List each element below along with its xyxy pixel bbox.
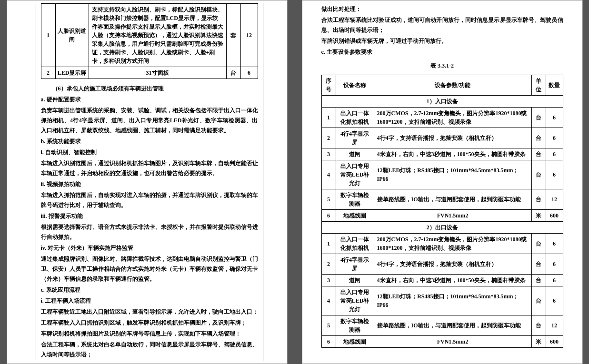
- table-row: 3道闸4米直杆，右向，中速3秒道闸，100*50夹头，椭圆杆带胶条台6: [321, 148, 563, 160]
- page-right: 做出比对处理： 合法工程车辆系统比对验证成功，道闸可自动开闸放行，同时信息显示屏…: [302, 0, 583, 364]
- seq-cell: 1: [41, 4, 55, 67]
- para: 车牌识别错误或车辆无牌，可通过手动开闸放行。: [321, 36, 563, 46]
- para: 车辆进入抓拍范围后，自动实现对进入车辆的拍摄，并通过车牌识别仪，提取车辆的车牌号…: [41, 190, 258, 210]
- table-row: 24行4字显示屏4行4字，支持语音播报，抱箍安装（相机立杆）台6: [321, 128, 563, 148]
- equip-table-top: 1 人脸识别道闸 支持支持双向人脸识别、刷卡，标配人脸识别模块、刷卡模块和门禁控…: [41, 3, 258, 79]
- para: 车牌识别相机将抓拍图片及识别的车牌号等信息上传，实现如下车辆入场管理：: [41, 329, 258, 339]
- table-row: 6地感线圈FVN1.5mm2米600: [321, 336, 563, 348]
- group-header: 1）入口设备: [321, 96, 563, 108]
- spec-cell: 31寸面板: [89, 67, 226, 79]
- para: 工程车辆驶入入口抓拍识别区域，触发车牌识别相机抓拍车辆图片，及识别车牌；: [41, 318, 258, 328]
- para: b. 系统功能要求: [41, 137, 258, 147]
- page-left: 1 人脸识别道闸 支持支持双向人脸识别、刷卡，标配人脸识别模块、刷卡模块和门禁控…: [7, 0, 288, 364]
- para: i. 工程车辆入场流程: [41, 296, 258, 306]
- para: 根据需要选择警示灯、语音方式来提示非法卡、未授权卡，并在报警时提供联动信号进行自…: [41, 222, 258, 242]
- para: i. 自动识别、智能控制: [41, 148, 258, 157]
- header-qty: 数量: [546, 75, 563, 96]
- header-unit: 单位: [531, 75, 546, 96]
- header-name: 设备名称: [336, 75, 374, 96]
- qty-cell: 12: [240, 4, 258, 67]
- para: 合法工程车辆系统比对验证成功，道闸可自动开闸放行，同时信息显示屏显示车牌号、驾驶…: [321, 15, 563, 35]
- para: c. 主要设备参数要求: [321, 47, 563, 57]
- para: 负责车辆进出管理系统的采购、安装、试验、调试，相关设备包括不限于出入口一体化抓拍…: [41, 106, 258, 136]
- para: iii. 报警提示功能: [41, 211, 258, 221]
- table-row: 6地感线圈FVN1.5mm2米600: [321, 210, 563, 222]
- para: 合法工程车辆，系统比对白名单自动放行，同时信息显示屏显示车牌号、驾驶员信息、入场…: [41, 340, 258, 360]
- outer-border: 1 人脸识别道闸 支持支持双向人脸识别、刷卡，标配人脸识别模块、刷卡模块和门禁控…: [36, 3, 263, 361]
- para: c. 系统应用流程: [41, 285, 258, 295]
- unit-cell: 台: [226, 67, 240, 79]
- para: iv. 对无卡（外来）车辆实施严格监管: [41, 243, 258, 253]
- table-row: 24行4字显示屏4行4字，支持语音播报，抱箍安装（相机立杆）台6: [321, 254, 563, 275]
- group-title: 2）出口设备: [321, 222, 563, 234]
- para: 通过集成照牌识别、图像比对、路障拦截等技术，达到由电脑自动识别监控与警卫（门卫、…: [41, 254, 258, 284]
- table-row: 1出入口一体化抓拍相机200万CMOS，2.7-12mm变焦镜头，图片分辨率19…: [321, 234, 563, 254]
- table-row: 3道闸4米直杆，右向，中速3秒道闸，100*50夹头，椭圆杆带胶条台6: [321, 275, 563, 286]
- unit-cell: 套: [226, 4, 240, 67]
- para: a. 硬件配置要求: [41, 95, 258, 105]
- table-header: 序号 设备名称 设备参数/功能 单位 数量: [321, 75, 563, 96]
- equip-table: 序号 设备名称 设备参数/功能 单位 数量 1）入口设备 1出入口一体化抓拍相机…: [321, 75, 563, 348]
- para: 做出比对处理：: [321, 4, 563, 14]
- table-row: 5数字车辆检测器接单路线圈，IO输出，与道闸配套使用，起到防砸车功能台12: [321, 315, 563, 336]
- para: 工程车辆驶近工地出入口附近区域，查看引导指示屏，允许进入时，驶向工地出入口；: [41, 307, 258, 317]
- name-cell: 人脸识别道闸: [55, 4, 89, 67]
- table-row: 5数字车辆检测器接单路线圈，IO输出，与道闸配套使用，起到防砸车功能台12: [321, 189, 563, 210]
- para: 车辆进入识别范围后，通过识别相机抓拍车辆图片，及识别车辆车牌，自动判定能否让车辆…: [41, 158, 258, 178]
- table-title: 表 3.3.1-2: [321, 62, 563, 70]
- header-spec: 设备参数/功能: [374, 75, 531, 96]
- name-cell: LED显示屏: [55, 67, 89, 79]
- table-row: 1出入口一体化抓拍相机200万CMOS，2.7-12mm变焦镜头，图片分辨率19…: [321, 108, 563, 128]
- para: ii. 视频抓拍功能: [41, 179, 258, 189]
- table-row: 4出入口专用常亮LED补光灯12颗LED灯珠；RS485接口；101mm*94.…: [321, 160, 563, 189]
- seq-cell: 2: [41, 67, 55, 79]
- group-title: 1）入口设备: [321, 96, 563, 108]
- table-row: 1 人脸识别道闸 支持支持双向人脸识别、刷卡，标配人脸识别模块、刷卡模块和门禁控…: [41, 4, 258, 67]
- spec-cell: 支持支持双向人脸识别、刷卡，标配人脸识别模块、刷卡模块和门禁控制器，配置LCD显…: [89, 4, 226, 67]
- para: （6）承包人的施工现场必须有车辆进出管理: [41, 84, 258, 94]
- qty-cell: 6: [240, 67, 258, 79]
- header-seq: 序号: [321, 75, 336, 96]
- group-header: 2）出口设备: [321, 222, 563, 234]
- table-row: 4出入口专用常亮LED补光灯12颗LED灯珠；RS485接口；101mm*94.…: [321, 286, 563, 315]
- table-row: 2 LED显示屏 31寸面板 台 6: [41, 67, 258, 79]
